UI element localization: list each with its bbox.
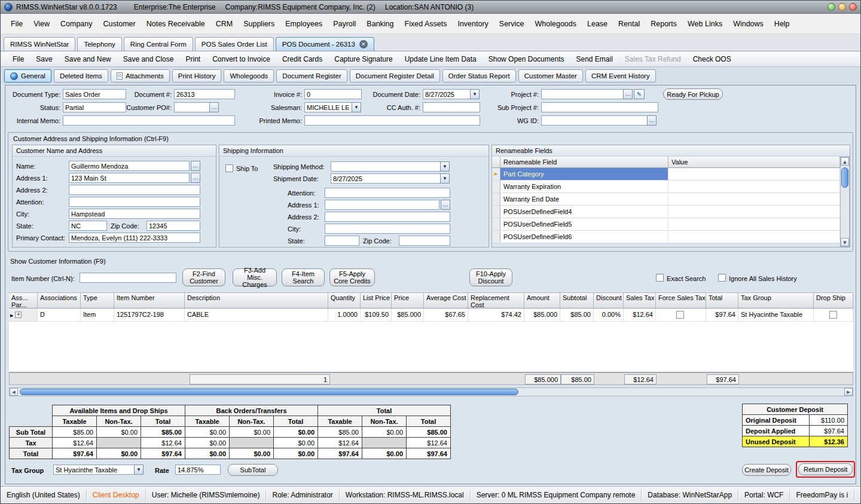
menu-lease[interactable]: Lease: [582, 17, 613, 31]
menu-notes-receivable[interactable]: Notes Receivable: [141, 17, 210, 31]
column-header-subtotal[interactable]: Subtotal: [560, 292, 594, 308]
customer-po-lookup-icon[interactable]: …: [209, 102, 219, 112]
renameable-row-posuserdefinedfield4[interactable]: POSUserDefinedField4: [492, 206, 840, 218]
menu-crm[interactable]: CRM: [210, 17, 238, 31]
toolbar-save[interactable]: Save: [30, 53, 58, 65]
table-row[interactable]: ▶ + D Item 1251797C2-198 CABLE 1.0000 $1…: [9, 308, 853, 322]
column-header-description[interactable]: Description: [185, 292, 328, 308]
subtab-general[interactable]: General: [4, 69, 51, 83]
renameable-value-cell[interactable]: [668, 193, 840, 205]
shipment-date-dropdown-icon[interactable]: ▾: [440, 173, 450, 184]
scroll-right-icon[interactable]: ▶: [844, 388, 853, 396]
toolbar-file[interactable]: File: [7, 53, 30, 65]
return-deposit-button[interactable]: Return Deposit: [798, 463, 853, 475]
document-date-dropdown-icon[interactable]: ▾: [470, 89, 480, 99]
salesman-dropdown-icon[interactable]: ▾: [352, 102, 361, 112]
shipment-date-input[interactable]: [331, 173, 441, 184]
cell-description[interactable]: CABLE: [185, 308, 328, 322]
salesman-input[interactable]: [304, 102, 352, 112]
column-header-tax-group[interactable]: Tax Group: [738, 292, 814, 308]
column-header-average-cost[interactable]: Average Cost: [424, 292, 468, 308]
menu-company[interactable]: Company: [55, 17, 98, 31]
grid-horizontal-scrollbar[interactable]: ◀ ▶: [9, 387, 853, 396]
toolbar-save-and-close[interactable]: Save and Close: [117, 53, 180, 65]
customer-po-input[interactable]: [174, 102, 210, 112]
column-header-replacement-cost[interactable]: Replacement Cost: [468, 292, 524, 308]
renameable-field-cell[interactable]: Warranty End Date: [500, 193, 668, 205]
renameable-row-posuserdefinedfield6[interactable]: POSUserDefinedField6: [492, 231, 840, 243]
menu-customer[interactable]: Customer: [98, 17, 141, 31]
tab-close-icon[interactable]: ✕: [359, 40, 368, 48]
column-header-item-number[interactable]: Item Number: [114, 292, 185, 308]
project-number-input[interactable]: [541, 89, 624, 99]
ship-address1-lookup-icon[interactable]: …: [441, 200, 450, 210]
menu-banking[interactable]: Banking: [361, 17, 399, 31]
renameable-row-warranty-end-date[interactable]: Warranty End Date: [492, 193, 840, 206]
state-input[interactable]: [69, 221, 107, 231]
renameable-value-cell[interactable]: [668, 231, 840, 243]
scroll-down-icon[interactable]: ▼: [841, 238, 849, 246]
ship-zip-input[interactable]: [399, 236, 450, 246]
address1-lookup-icon[interactable]: …: [191, 173, 200, 183]
cell-tax-group[interactable]: St Hyacinthe Taxable: [738, 308, 814, 322]
renameable-field-column-header[interactable]: Renameable Field: [500, 157, 668, 167]
renameable-value-cell[interactable]: [668, 181, 840, 193]
zip-input[interactable]: [146, 221, 200, 231]
column-header-force-sales-tax[interactable]: Force Sales Tax: [656, 292, 706, 308]
menu-payroll[interactable]: Payroll: [328, 17, 361, 31]
column-header-type[interactable]: Type: [81, 292, 114, 308]
maximize-button[interactable]: [838, 3, 846, 11]
column-header-discount[interactable]: Discount: [594, 292, 624, 308]
renameable-row-posuserdefinedfield5[interactable]: POSUserDefinedField5: [492, 218, 840, 231]
column-header-associations[interactable]: Associations: [38, 292, 81, 308]
menu-reports[interactable]: Reports: [645, 17, 682, 31]
cell-subtotal[interactable]: $85.00: [560, 308, 594, 322]
project-lookup-icon[interactable]: …: [623, 89, 633, 99]
renameable-field-cell[interactable]: POSUserDefinedField5: [500, 218, 668, 230]
ship-state-input[interactable]: [325, 236, 359, 246]
name-lookup-icon[interactable]: …: [191, 161, 200, 171]
column-header-sales-tax[interactable]: Sales Tax: [624, 292, 656, 308]
f2-find-customer-button[interactable]: F2-Find Customer: [182, 268, 225, 286]
city-input[interactable]: [69, 209, 200, 219]
status-input[interactable]: [63, 102, 126, 112]
shipping-method-dropdown-icon[interactable]: ▾: [440, 161, 450, 172]
subtab-customer-master[interactable]: Customer Master: [518, 69, 583, 83]
toolbar-show-open-documents[interactable]: Show Open Documents: [483, 53, 570, 65]
f5-apply-core-credits-button[interactable]: F5-Apply Core Credits: [329, 268, 375, 286]
cell-sales-tax[interactable]: $12.64: [624, 308, 656, 322]
menu-service[interactable]: Service: [494, 17, 530, 31]
ship-attention-input[interactable]: [325, 188, 450, 198]
column-header-price[interactable]: Price: [392, 292, 424, 308]
ready-for-pickup-button[interactable]: Ready For Pickup: [663, 88, 723, 100]
close-button[interactable]: [849, 3, 857, 11]
cell-associations[interactable]: D: [38, 308, 81, 322]
f3-add-misc-charges-button[interactable]: F3-Add Misc. Charges: [233, 268, 277, 286]
ship-city-input[interactable]: [325, 224, 450, 234]
menu-wholegoods[interactable]: Wholegoods: [530, 17, 582, 31]
menu-file[interactable]: File: [5, 17, 28, 31]
document-type-input[interactable]: [63, 89, 126, 99]
menu-windows[interactable]: Windows: [728, 17, 769, 31]
menu-suppliers[interactable]: Suppliers: [238, 17, 280, 31]
toolbar-print[interactable]: Print: [179, 53, 206, 65]
rate-input[interactable]: [175, 465, 221, 475]
renameable-scrollbar-thumb[interactable]: [841, 167, 848, 188]
cell-type[interactable]: Item: [81, 308, 114, 322]
column-header-total[interactable]: Total: [706, 292, 738, 308]
toolbar-update-line-item-data[interactable]: Update Line Item Data: [399, 53, 483, 65]
force-sales-tax-checkbox[interactable]: [676, 311, 684, 319]
ship-address2-input[interactable]: [325, 212, 450, 222]
status-client-desktop[interactable]: Client Desktop: [87, 490, 146, 500]
grid-scrollbar-thumb[interactable]: [20, 389, 518, 395]
f10-apply-discount-button[interactable]: F10-Apply Discount: [469, 268, 512, 286]
shipping-method-input[interactable]: [331, 161, 441, 172]
printed-memo-input[interactable]: [304, 115, 480, 126]
project-edit-icon[interactable]: ✎: [634, 89, 645, 99]
renameable-field-cell[interactable]: POSUserDefinedField6: [500, 231, 668, 243]
wg-id-input[interactable]: [541, 115, 648, 126]
tab-pos-sales-order-list[interactable]: POS Sales Order List: [195, 37, 274, 51]
expand-icon[interactable]: +: [15, 311, 22, 318]
cell-total[interactable]: $97.64: [706, 308, 738, 322]
cell-discount[interactable]: 0.00%: [594, 308, 624, 322]
